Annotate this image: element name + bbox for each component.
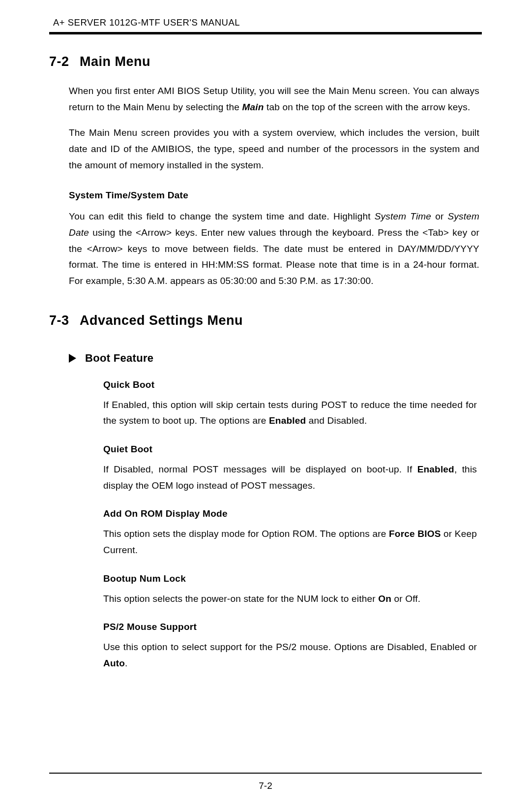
paragraph: You can edit this field to change the sy… (69, 209, 479, 289)
paragraph: If Disabled, normal POST messages will b… (103, 462, 477, 494)
paragraph: If Enabled, this option will skip certai… (103, 397, 477, 429)
text-span: or (431, 211, 447, 221)
submenu-label: Boot Feature (85, 352, 153, 365)
text-span: or Off. (391, 593, 420, 604)
italic-system-time: System Time (375, 211, 431, 221)
paragraph: When you first enter AMI BIOS Setup Util… (69, 83, 479, 115)
text-span: tab on the top of the screen with the ar… (264, 102, 471, 112)
boot-feature-items: Quick Boot If Enabled, this option will … (103, 379, 477, 672)
bold-option: On (378, 593, 391, 604)
bold-option: Enabled (417, 464, 454, 474)
page-number: 7-2 (49, 781, 482, 791)
emphasis-main: Main (242, 102, 264, 112)
subheading-quick-boot: Quick Boot (103, 379, 477, 390)
paragraph: This option sets the display mode for Op… (103, 526, 477, 558)
bold-option: Enabled (269, 415, 306, 426)
text-span: and Disabled. (306, 415, 367, 426)
section-7-3-body: Boot Feature Quick Boot If Enabled, this… (69, 352, 479, 672)
text-span: This option selects the power-on state f… (103, 593, 378, 604)
running-header: A+ SERVER 1012G-MTF USER'S MANUAL (53, 17, 482, 28)
header-rule (49, 32, 482, 34)
section-7-2-heading: 7-2Main Menu (49, 54, 482, 69)
section-number: 7-2 (49, 54, 80, 69)
bold-option: Auto (103, 658, 125, 668)
subheading-addon-rom: Add On ROM Display Mode (103, 508, 477, 519)
section-number: 7-3 (49, 313, 80, 328)
section-title: Advanced Settings Menu (80, 313, 243, 328)
subheading-ps2: PS/2 Mouse Support (103, 622, 477, 632)
manual-page: A+ SERVER 1012G-MTF USER'S MANUAL 7-2Mai… (0, 0, 531, 812)
text-span: If Disabled, normal POST messages will b… (103, 464, 417, 474)
footer-rule (49, 773, 482, 774)
paragraph: The Main Menu screen provides you with a… (69, 125, 479, 173)
text-span: You can edit this field to change the sy… (69, 211, 375, 221)
text-span: This option sets the display mode for Op… (103, 529, 389, 539)
paragraph: Use this option to select support for th… (103, 639, 477, 671)
subheading-numlock: Bootup Num Lock (103, 573, 477, 584)
paragraph: This option selects the power-on state f… (103, 591, 477, 607)
page-footer: 7-2 (49, 773, 482, 791)
submenu-boot-feature: Boot Feature (69, 352, 479, 365)
text-span: Use this option to select support for th… (103, 642, 477, 652)
subheading-quiet-boot: Quiet Boot (103, 444, 477, 455)
triangle-right-icon (69, 354, 76, 363)
section-7-3-heading: 7-3Advanced Settings Menu (49, 313, 482, 328)
bold-option: Force BIOS (389, 529, 441, 539)
section-7-2-body: When you first enter AMI BIOS Setup Util… (69, 83, 479, 289)
text-span: . (125, 658, 127, 668)
text-span: using the <Arrow> keys. Enter new values… (69, 227, 479, 286)
section-title: Main Menu (80, 54, 150, 69)
subheading-system-time: System Time/System Date (69, 190, 479, 201)
